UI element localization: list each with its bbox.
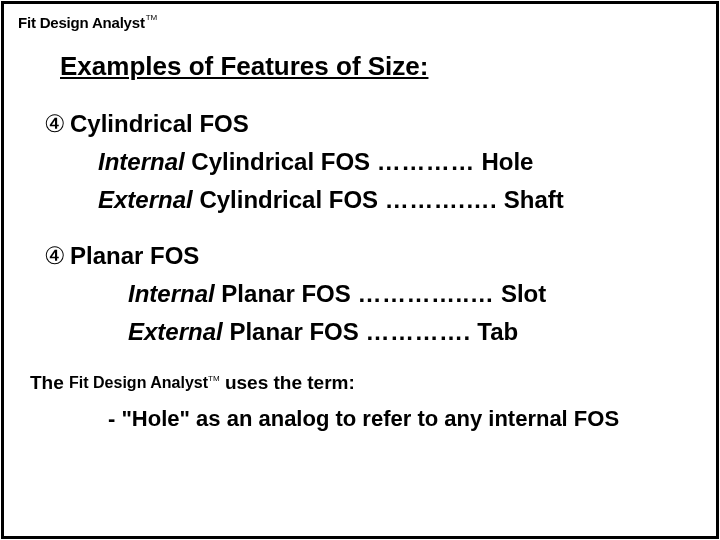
text-planar-external: Planar FOS xyxy=(223,318,366,345)
section-cylindrical: ④Cylindrical FOS xyxy=(44,110,694,138)
value-slot: Slot xyxy=(494,280,546,307)
label-internal: Internal xyxy=(98,148,185,175)
trademark-icon: TM xyxy=(146,13,157,22)
term-suffix: uses the term: xyxy=(220,372,355,393)
circled-four-icon: ④ xyxy=(44,242,70,270)
value-hole: Hole xyxy=(475,148,534,175)
leader-dots: …………..… xyxy=(357,280,494,307)
circled-four-icon: ④ xyxy=(44,110,70,138)
text-cyl-internal: Cylindrical FOS xyxy=(185,148,377,175)
row-cyl-internal: Internal Cylindrical FOS ………… Hole xyxy=(98,148,694,176)
term-prefix: The xyxy=(30,372,69,393)
leader-dots: ………… xyxy=(377,148,475,175)
term-line: The Fit Design AnalystTM uses the term: xyxy=(30,372,694,394)
row-planar-external: External Planar FOS …………. Tab xyxy=(128,318,694,346)
label-external: External xyxy=(128,318,223,345)
label-internal: Internal xyxy=(128,280,215,307)
brand-header: Fit Design AnalystTM xyxy=(18,14,694,31)
brand-inline: Fit Design Analyst xyxy=(69,374,208,391)
section-planar: ④Planar FOS xyxy=(44,242,694,270)
value-shaft: Shaft xyxy=(497,186,564,213)
label-external: External xyxy=(98,186,193,213)
section-cylindrical-heading: Cylindrical FOS xyxy=(70,110,249,137)
section-planar-heading: Planar FOS xyxy=(70,242,199,269)
value-tab: Tab xyxy=(471,318,519,345)
brand-name: Fit Design Analyst xyxy=(18,14,145,31)
analog-line: - "Hole" as an analog to refer to any in… xyxy=(108,406,694,432)
slide-title: Examples of Features of Size: xyxy=(60,51,694,82)
leader-dots: …………. xyxy=(365,318,470,345)
text-planar-internal: Planar FOS xyxy=(215,280,358,307)
text-cyl-external: Cylindrical FOS xyxy=(193,186,385,213)
row-planar-internal: Internal Planar FOS …………..… Slot xyxy=(128,280,694,308)
trademark-icon: TM xyxy=(208,374,220,383)
leader-dots: ……….…. xyxy=(385,186,497,213)
row-cyl-external: External Cylindrical FOS ……….…. Shaft xyxy=(98,186,694,214)
slide-page: Fit Design AnalystTM Examples of Feature… xyxy=(1,1,719,539)
